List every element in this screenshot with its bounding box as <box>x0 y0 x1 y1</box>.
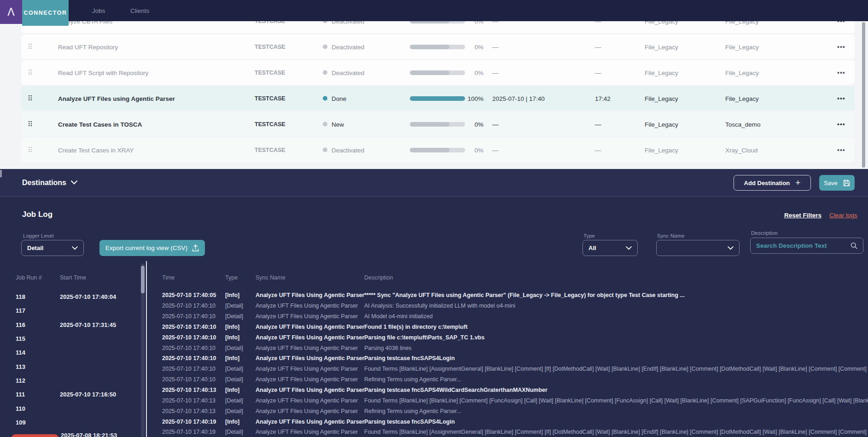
status-label: New <box>332 121 344 128</box>
drag-handle-icon[interactable]: ⠿ <box>28 120 32 128</box>
log-entries-list: 2025-07-10 17:40:05 [Info] Analyze UFT F… <box>0 290 868 437</box>
brand-connector-tab[interactable]: CONNECTOR <box>22 0 69 26</box>
log-entry-sync-name: Analyze UFT Files Using Agentic Parser <box>256 355 364 361</box>
row-menu-icon[interactable]: ••• <box>837 69 845 76</box>
log-entry-type: [Detail] <box>225 376 243 383</box>
search-icon <box>851 242 857 249</box>
log-entry-time: 2025-07-10 17:40:13 <box>162 387 216 393</box>
nav-tab-clients[interactable]: Clients <box>130 0 149 21</box>
logger-level-label: Logger Level <box>23 233 54 239</box>
progress-bar <box>410 96 465 101</box>
add-destination-button[interactable]: Add Destination + <box>734 175 811 191</box>
app-logo[interactable]: Λ <box>0 0 22 24</box>
log-entry-description: Parsing testcase fncSAPS4Login <box>364 355 455 361</box>
destinations-toggle[interactable]: Destinations <box>22 179 77 187</box>
log-entry-row: 2025-07-10 17:40:05 [Info] Analyze UFT F… <box>0 290 868 301</box>
row-menu-icon[interactable]: ••• <box>837 95 845 102</box>
log-entry-time: 2025-07-10 17:40:10 <box>162 313 216 320</box>
destinations-title: Destinations <box>22 179 66 187</box>
log-entry-type: [Detail] <box>225 408 243 414</box>
status-dot-icon <box>323 122 327 127</box>
log-entry-type: [Info] <box>225 387 239 393</box>
log-entry-row: 2025-07-10 17:40:13 [Detail] Analyze UFT… <box>0 406 868 416</box>
row-menu-icon[interactable]: ••• <box>837 43 845 51</box>
drag-handle-icon[interactable]: ⠿ <box>28 43 32 51</box>
destination-name: File_Legacy <box>725 95 759 102</box>
logger-level-value: Detail <box>27 245 43 251</box>
nav-tab-jobs[interactable]: Jobs <box>92 0 105 21</box>
drag-handle-icon[interactable]: ⠿ <box>28 94 32 103</box>
log-entry-type: [Detail] <box>225 397 243 404</box>
log-entry-type: [Info] <box>225 292 239 298</box>
sync-job-type: TESTCASE <box>255 147 285 153</box>
type-filter-select[interactable]: All <box>583 240 638 256</box>
log-entry-type: [Detail] <box>225 429 243 435</box>
log-entry-row: 2025-07-10 17:40:10 [Info] Analyze UFT F… <box>0 322 868 332</box>
row-menu-icon[interactable]: ••• <box>837 121 845 128</box>
sync-job-row[interactable]: ⠿ Analyze UFT Files using Agentic Parser… <box>21 86 855 111</box>
chevron-down-icon <box>71 181 77 185</box>
progress-bar <box>410 70 465 75</box>
runs-col-header-start: Start Time <box>60 274 86 281</box>
destination-name: File_Legacy <box>725 69 759 76</box>
sync-name-filter-select[interactable] <box>656 240 740 256</box>
log-entry-type: [Info] <box>225 419 239 425</box>
start-datetime: — <box>492 43 499 50</box>
log-col-header-sync: Sync Name <box>256 274 285 281</box>
drag-handle-icon[interactable]: ⠿ <box>28 146 32 154</box>
log-entry-sync-name: Analyze UFT Files Using Agentic Parser <box>256 303 358 309</box>
log-entry-sync-name: Analyze UFT Files Using Agentic Parser <box>256 366 358 372</box>
drag-handle-icon[interactable]: ⠿ <box>28 69 32 77</box>
sync-job-row[interactable]: ⠿ Create Test Cases in XRAY TESTCASE Dea… <box>21 138 855 162</box>
sync-job-type: TESTCASE <box>255 70 285 76</box>
sync-job-name: Read UFT Script with Repository <box>58 69 148 76</box>
status-label: Done <box>332 95 346 102</box>
log-entry-description: Found Terms [BlankLine] [AssignmentGener… <box>364 366 868 372</box>
table-scrollbar[interactable] <box>862 22 865 168</box>
reset-filters-link[interactable]: Reset Filters <box>784 212 821 219</box>
runs-scrollbar-thumb[interactable] <box>141 266 145 293</box>
status-dot-icon <box>323 45 327 49</box>
destination-name: File_Legacy <box>725 43 759 50</box>
log-entry-time: 2025-07-10 17:40:05 <box>162 292 216 298</box>
progress-bar <box>410 148 465 152</box>
description-search-input[interactable] <box>756 242 851 249</box>
export-upload-icon <box>192 245 199 252</box>
destination-name: Tosca_demo <box>725 121 761 128</box>
add-destination-label: Add Destination <box>744 180 790 186</box>
progress-track-segment <box>410 45 449 49</box>
brand-label: CONNECTOR <box>24 10 67 16</box>
log-entry-description: Refining Terms using Agentic Parser... <box>364 408 461 414</box>
export-csv-button[interactable]: Export current log view (CSV) <box>99 240 205 256</box>
source-name: File_Legacy <box>645 95 678 102</box>
log-entry-sync-name: Analyze UFT Files Using Agentic Parser <box>256 313 358 320</box>
sync-job-row[interactable]: ⠿ Create Test Cases in TOSCA TESTCASE Ne… <box>21 112 855 136</box>
log-entry-description: ***** Sync "Analyze UFT Files using Agen… <box>364 292 685 298</box>
log-entry-time: 2025-07-10 17:40:19 <box>162 429 216 435</box>
log-col-header-type: Type <box>225 274 238 281</box>
runs-col-header-number: Job Run # <box>16 274 42 281</box>
log-entry-row: 2025-07-10 17:40:10 [Detail] Analyze UFT… <box>0 374 868 385</box>
log-entry-type: [Detail] <box>225 303 243 309</box>
sync-job-row[interactable]: ⠿ Read UFT Repository TESTCASE Deactivat… <box>21 35 855 59</box>
source-name: File_Legacy <box>645 43 678 50</box>
log-entry-type: [Info] <box>225 334 239 341</box>
log-entry-description: Parsing file c:\temp\uft\Parts_SAP_TC 1.… <box>364 334 484 341</box>
clear-logs-link[interactable]: Clear logs <box>829 212 857 219</box>
log-entry-time: 2025-07-10 17:40:10 <box>162 345 216 351</box>
log-entry-row: 2025-07-10 17:40:13 [Info] Analyze UFT F… <box>0 385 868 396</box>
progress-track-segment <box>410 122 449 127</box>
chevron-down-icon <box>728 246 734 250</box>
export-csv-label: Export current log view (CSV) <box>105 245 187 251</box>
log-entry-row: 2025-07-10 17:40:10 [Detail] Analyze UFT… <box>0 364 868 374</box>
logger-level-select[interactable]: Detail <box>21 240 84 256</box>
destination-name: Xray_Cloud <box>725 146 758 153</box>
status-label: Deactivated <box>332 43 364 50</box>
save-button[interactable]: Save <box>819 175 855 191</box>
log-entry-sync-name: Analyze UFT Files Using Agentic Parser <box>256 334 364 341</box>
end-time: — <box>595 121 601 128</box>
row-menu-icon[interactable]: ••• <box>837 146 845 154</box>
log-entry-sync-name: Analyze UFT Files Using Agentic Parser <box>256 324 364 330</box>
sync-job-row[interactable]: ⠿ Read UFT Script with Repository TESTCA… <box>21 60 855 85</box>
log-entry-sync-name: Analyze UFT Files Using Agentic Parser <box>256 419 364 425</box>
